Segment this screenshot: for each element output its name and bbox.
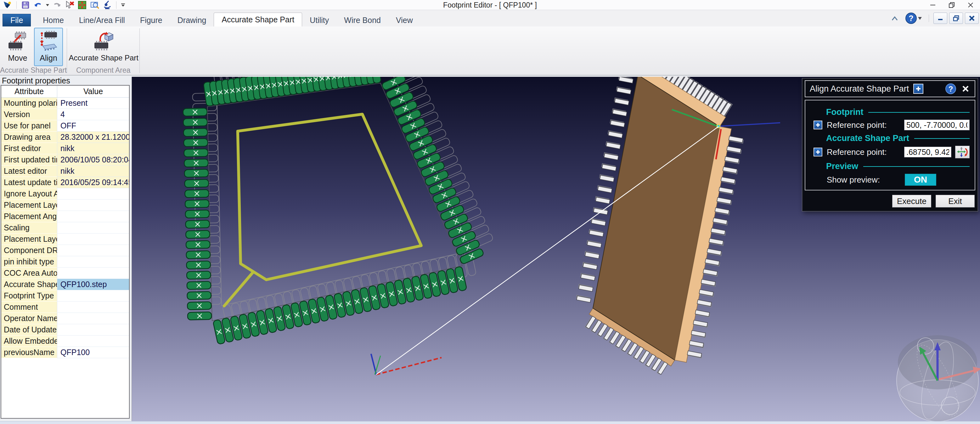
toolbar-separator bbox=[929, 14, 929, 22]
value-cell[interactable] bbox=[57, 301, 129, 313]
property-row[interactable]: Accurate Shape ...QFP100.step bbox=[1, 279, 129, 290]
window-minimize-button[interactable] bbox=[923, 0, 942, 10]
dialog-title-bar[interactable]: Align Accurate Shape Part ? bbox=[805, 80, 975, 97]
tab-file[interactable]: File bbox=[3, 14, 31, 26]
value-cell[interactable]: nikk bbox=[57, 143, 129, 154]
move-button[interactable]: Move bbox=[3, 28, 32, 66]
value-cell[interactable]: QFP100 bbox=[57, 347, 129, 358]
property-row[interactable]: First updated time2006/10/05 08:20:04 bbox=[1, 154, 129, 166]
property-row[interactable]: Use for panelOFF bbox=[1, 120, 129, 132]
window-controls bbox=[923, 0, 980, 10]
value-cell[interactable]: 28.32000 x 21.12000 bbox=[57, 132, 129, 143]
footprint-reference-pick-button[interactable] bbox=[813, 121, 822, 129]
property-row[interactable]: Operator Name bbox=[1, 313, 129, 324]
value-cell[interactable]: 2016/05/25 09:14:45 bbox=[57, 177, 129, 188]
document-minimize-button[interactable] bbox=[934, 13, 947, 24]
dialog-expand-button[interactable] bbox=[913, 84, 923, 94]
property-row[interactable]: Allow Embedded bbox=[1, 336, 129, 347]
property-row[interactable]: Ignore Layout Ar... bbox=[1, 188, 129, 199]
attribute-cell: Placement Layer bbox=[1, 199, 57, 211]
property-row[interactable]: Mounting polarityPresent bbox=[1, 97, 129, 109]
fit-view-button[interactable] bbox=[76, 0, 88, 10]
asp-reference-pick-button[interactable] bbox=[813, 148, 822, 156]
value-cell[interactable] bbox=[57, 290, 129, 301]
undo-button[interactable] bbox=[32, 0, 45, 10]
property-row[interactable]: Latest editornikk bbox=[1, 166, 129, 177]
property-row[interactable]: COC Area Auto ... bbox=[1, 268, 129, 279]
property-row[interactable]: Footprint Type bbox=[1, 290, 129, 301]
preview-section-label: Preview bbox=[826, 161, 858, 171]
collapse-ribbon-button[interactable] bbox=[888, 12, 901, 25]
property-row[interactable]: Drawing area28.32000 x 21.12000 bbox=[1, 132, 129, 143]
attribute-cell: Accurate Shape ... bbox=[1, 279, 57, 290]
dialog-help-button[interactable]: ? bbox=[945, 83, 956, 94]
value-cell[interactable]: OFF bbox=[57, 120, 129, 132]
svg-text:?: ? bbox=[908, 14, 913, 23]
window-restore-button[interactable] bbox=[942, 0, 961, 10]
undo-dropdown[interactable] bbox=[45, 0, 51, 10]
value-cell[interactable] bbox=[57, 324, 129, 336]
property-row[interactable]: Date of Update bbox=[1, 324, 129, 336]
help-button[interactable]: ? bbox=[903, 12, 924, 25]
tab-drawing[interactable]: Drawing bbox=[170, 14, 214, 26]
value-cell[interactable]: 4 bbox=[57, 109, 129, 120]
value-cell[interactable]: QFP100.step bbox=[57, 279, 129, 290]
exit-button[interactable]: Exit bbox=[935, 195, 975, 207]
value-cell[interactable] bbox=[57, 256, 129, 268]
property-row[interactable]: pin inhibit type bbox=[1, 256, 129, 268]
accurate-shape-part-section-label: Accurate Shape Part bbox=[826, 134, 909, 143]
property-row[interactable]: Placement Layer... bbox=[1, 234, 129, 245]
save-button[interactable] bbox=[19, 0, 32, 10]
value-cell[interactable] bbox=[57, 234, 129, 245]
value-cell[interactable] bbox=[57, 199, 129, 211]
tab-wire-bond[interactable]: Wire Bond bbox=[336, 14, 388, 26]
plus-icon bbox=[815, 150, 821, 155]
redo-button[interactable] bbox=[51, 0, 63, 10]
window-close-button[interactable] bbox=[961, 0, 980, 10]
value-cell[interactable] bbox=[57, 268, 129, 279]
tab-line-area-fill[interactable]: Line/Area Fill bbox=[72, 14, 132, 26]
value-cell[interactable] bbox=[57, 313, 129, 324]
value-cell[interactable]: Present bbox=[57, 97, 129, 109]
property-row[interactable]: Scaling bbox=[1, 222, 129, 234]
value-cell[interactable]: nikk bbox=[57, 166, 129, 177]
value-cell[interactable] bbox=[57, 188, 129, 199]
value-cell[interactable] bbox=[57, 222, 129, 234]
property-row[interactable]: First editornikk bbox=[1, 143, 129, 154]
value-cell[interactable] bbox=[57, 211, 129, 222]
tab-utility[interactable]: Utility bbox=[302, 14, 336, 26]
customize-toolbar-button[interactable] bbox=[119, 0, 127, 10]
dialog-close-button[interactable] bbox=[961, 84, 970, 94]
tab-figure[interactable]: Figure bbox=[132, 14, 170, 26]
tab-accurate-shape-part[interactable]: Accurate Shape Part bbox=[214, 13, 302, 26]
detail-view-button[interactable] bbox=[101, 0, 114, 10]
align-button[interactable]: Align bbox=[34, 28, 63, 66]
property-row[interactable]: Version4 bbox=[1, 109, 129, 120]
tab-view[interactable]: View bbox=[388, 14, 420, 26]
cancel-command-button[interactable] bbox=[63, 0, 76, 10]
value-cell[interactable]: 2006/10/05 08:20:04 bbox=[57, 154, 129, 166]
show-preview-toggle[interactable]: ON bbox=[905, 174, 936, 186]
document-restore-button[interactable] bbox=[949, 13, 963, 24]
document-close-button[interactable] bbox=[965, 13, 979, 24]
property-row[interactable]: previousNameQFP100 bbox=[1, 347, 129, 358]
help-icon: ? bbox=[945, 83, 956, 94]
zoom-area-button[interactable] bbox=[88, 0, 101, 10]
tab-home[interactable]: Home bbox=[35, 14, 72, 26]
execute-button[interactable]: Execute bbox=[892, 195, 931, 207]
property-row[interactable]: Component DRC... bbox=[1, 245, 129, 256]
move-button-label: Move bbox=[8, 54, 27, 63]
property-row[interactable]: Placement Layer bbox=[1, 199, 129, 211]
value-cell[interactable] bbox=[57, 245, 129, 256]
asp-reference-input[interactable] bbox=[904, 147, 951, 158]
value-cell[interactable] bbox=[57, 336, 129, 347]
property-row[interactable]: Latest update time2016/05/25 09:14:45 bbox=[1, 177, 129, 188]
property-row[interactable]: Comment bbox=[1, 301, 129, 313]
help-icon: ? bbox=[905, 12, 923, 25]
footprint-reference-input[interactable] bbox=[904, 120, 970, 130]
property-row[interactable]: Placement Angle bbox=[1, 211, 129, 222]
navigation-sphere[interactable] bbox=[897, 335, 980, 421]
window-title: Footprint Editor - [ QFP100* ] bbox=[0, 0, 980, 10]
accurate-shape-part-button[interactable]: Accurate Shape Part bbox=[70, 28, 137, 66]
asp-move-rotate-button[interactable] bbox=[955, 146, 970, 158]
